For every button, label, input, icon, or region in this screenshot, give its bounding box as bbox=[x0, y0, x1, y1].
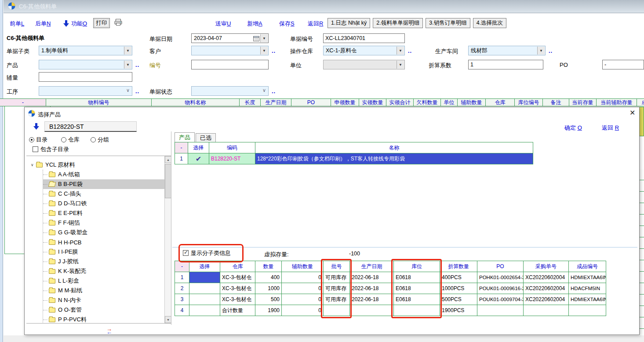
batch-cell[interactable] bbox=[189, 305, 220, 316]
sub-type-combo[interactable]: 1.制单领料 ▼ bbox=[39, 46, 132, 55]
radio-group-icon[interactable] bbox=[91, 137, 96, 142]
save-link[interactable]: 保存S bbox=[279, 20, 295, 28]
workshop-more-dots[interactable]: .. bbox=[549, 47, 553, 54]
batch-row[interactable]: 3XC-3-包材仓5000可用库存2022-06-18E0618500PCSPO… bbox=[175, 294, 606, 305]
customer-dropdown-button[interactable]: ▼ bbox=[260, 47, 268, 55]
po-input[interactable] bbox=[602, 60, 644, 69]
batch-cell: XC20220602004 bbox=[524, 272, 569, 283]
print-button[interactable]: 打印 bbox=[93, 18, 110, 28]
printer-icon[interactable] bbox=[114, 19, 122, 28]
next-doc-link[interactable]: 后单N bbox=[35, 20, 51, 28]
material-grid-header-cell: 物料编号 bbox=[46, 99, 152, 106]
tree-item[interactable]: L L-彩盒 bbox=[43, 276, 171, 286]
product-dropdown-button[interactable]: ▼ bbox=[124, 61, 131, 69]
op-warehouse-dropdown-button[interactable]: ▼ bbox=[397, 47, 404, 55]
batch-row[interactable]: 4合计数量190001900PCS bbox=[175, 305, 606, 316]
tree-item[interactable]: M M-贴纸 bbox=[43, 286, 171, 295]
doc-date-value: 2023-04-07 bbox=[194, 35, 222, 41]
select-batch-button[interactable]: 4.选择批次 bbox=[473, 18, 506, 28]
batch-cell[interactable] bbox=[189, 294, 220, 305]
scroll-thumb[interactable] bbox=[165, 164, 171, 198]
batch-cell bbox=[477, 305, 524, 316]
tree-item[interactable]: J J-胶纸 bbox=[43, 257, 171, 266]
process-combo[interactable]: ∨ bbox=[39, 86, 132, 96]
scroll-down-icon[interactable]: ▼ bbox=[165, 316, 171, 323]
batch-cell: 1000PCS bbox=[440, 283, 477, 294]
tree-item[interactable]: D D-马口铁 bbox=[43, 199, 171, 208]
radio-warehouse-icon[interactable] bbox=[61, 137, 66, 142]
tree-item[interactable]: B B-PE袋 bbox=[43, 179, 171, 189]
doc-date-combo[interactable]: 2023-04-07 ▼ bbox=[191, 33, 269, 43]
tree-expander-icon[interactable]: ∨ bbox=[31, 163, 36, 167]
form-title: C6-其他领料单 bbox=[7, 34, 44, 42]
include-subfolder-checkbox[interactable]: 包含子目录 bbox=[33, 146, 69, 153]
batch-grid-header-cell: - bbox=[175, 261, 189, 272]
tree-item[interactable]: O O-套管 bbox=[43, 305, 171, 315]
search-down-arrow-icon[interactable] bbox=[33, 123, 39, 131]
tree-item[interactable]: P P-PVC料 bbox=[43, 315, 171, 324]
customer-more-dots[interactable]: .. bbox=[272, 47, 276, 54]
unit-dropdown-button[interactable]: ▼ bbox=[397, 61, 404, 69]
back-link[interactable]: 返回 R bbox=[602, 124, 619, 132]
calendar-icon[interactable] bbox=[253, 36, 259, 43]
doc-date-dropdown-button[interactable]: ▼ bbox=[260, 34, 268, 42]
tab-selected[interactable]: 已选 bbox=[196, 133, 216, 142]
tree-item[interactable]: K K-装配壳 bbox=[43, 266, 171, 276]
doc-status-more-dots[interactable]: .. bbox=[272, 88, 276, 95]
requisition-detail-button[interactable]: 2.领料单单据明细 bbox=[373, 18, 423, 28]
doc-no-input[interactable] bbox=[323, 33, 405, 43]
close-icon[interactable]: ✕ bbox=[629, 109, 635, 117]
conv-factor-input[interactable] bbox=[468, 60, 543, 69]
function-menu-link[interactable]: 功能O bbox=[71, 20, 87, 28]
tree-item[interactable]: E E-PE料 bbox=[43, 208, 171, 218]
prev-doc-link[interactable]: 前单L bbox=[10, 20, 24, 28]
product-selected-check[interactable]: ✔ bbox=[188, 153, 209, 164]
folder-icon bbox=[49, 221, 55, 226]
unit-combo[interactable]: ▼ bbox=[323, 60, 405, 69]
scroll-up-icon[interactable]: ▲ bbox=[165, 156, 171, 163]
code-input[interactable] bbox=[191, 60, 269, 69]
workshop-dropdown-button[interactable]: ▼ bbox=[537, 47, 545, 55]
workshop-combo[interactable]: 线材部 ▼ bbox=[468, 46, 546, 55]
radio-catalog-icon[interactable] bbox=[29, 137, 34, 142]
confirm-link[interactable]: 确定 O bbox=[564, 124, 582, 132]
product-combo[interactable]: ▼ bbox=[39, 60, 132, 69]
op-warehouse-more-dots[interactable]: .. bbox=[408, 47, 412, 54]
sub-type-dropdown-button[interactable]: ▼ bbox=[124, 47, 131, 55]
swap-arrows-icon[interactable]: →← bbox=[106, 327, 112, 334]
batch-row[interactable]: 2XC-3-包材仓10000可用库存2022-06-18E06181000PCS… bbox=[175, 283, 606, 294]
batch-row[interactable]: 1XC-3-包材仓4000可用库存2022-06-18E0618400PCSPO… bbox=[175, 272, 606, 283]
radio-group[interactable]: 分组 bbox=[91, 136, 109, 144]
tree-item[interactable]: A A-纸箱 bbox=[43, 170, 171, 179]
include-subfolder-checkbox-icon[interactable] bbox=[33, 146, 38, 152]
batch-cell[interactable] bbox=[189, 283, 220, 294]
tree-root[interactable]: ∨ YCL 原材料 bbox=[31, 160, 171, 170]
tree-item[interactable]: C C-插头 bbox=[43, 189, 171, 199]
product-more-dots[interactable]: .. bbox=[135, 62, 139, 68]
tree-item[interactable]: H H-PCB bbox=[43, 237, 171, 247]
op-warehouse-combo[interactable]: XC-1-原料仓 ▼ bbox=[323, 46, 405, 55]
product-name[interactable]: 128*220彩色印刷胶袋（参文档印刷），ST客人转接线专用彩袋 bbox=[255, 153, 533, 164]
tree-item[interactable]: F F-铜箔 bbox=[43, 218, 171, 228]
tab-products[interactable]: 产品 bbox=[175, 132, 195, 142]
log-button[interactable]: 1.日志 Nhật ký bbox=[327, 18, 370, 28]
submit-link[interactable]: 送审U bbox=[215, 20, 231, 28]
tree-scrollbar[interactable]: ▲ ▼ bbox=[164, 156, 171, 323]
process-more-dots[interactable]: .. bbox=[135, 88, 139, 95]
product-row[interactable]: 1✔B128220-ST128*220彩色印刷胶袋（参文档印刷），ST客人转接线… bbox=[175, 153, 533, 164]
return-link[interactable]: 返回R bbox=[308, 20, 323, 28]
material-grid-header-cell: 单位 bbox=[441, 99, 458, 106]
tree-item[interactable]: G G-吸塑盒 bbox=[43, 228, 171, 237]
batch-cell[interactable] bbox=[189, 272, 220, 283]
radio-warehouse[interactable]: 仓库 bbox=[61, 136, 80, 144]
aux-qty-input[interactable] bbox=[39, 72, 132, 82]
doc-status-combo[interactable]: ∨ bbox=[191, 86, 269, 96]
product-search-input[interactable] bbox=[44, 121, 137, 132]
sales-order-detail-button[interactable]: 3.销售订单明细 bbox=[426, 18, 470, 28]
radio-catalog[interactable]: 目录 bbox=[29, 136, 47, 144]
customer-combo[interactable]: ▼ bbox=[191, 46, 269, 55]
tree-item[interactable]: N N-内卡 bbox=[43, 295, 171, 305]
batch-cell: HDMIEXTAA6IN bbox=[569, 272, 606, 283]
tree-item[interactable]: I I-PE膜 bbox=[43, 247, 171, 257]
add-new-link[interactable]: 新增A bbox=[247, 20, 262, 28]
